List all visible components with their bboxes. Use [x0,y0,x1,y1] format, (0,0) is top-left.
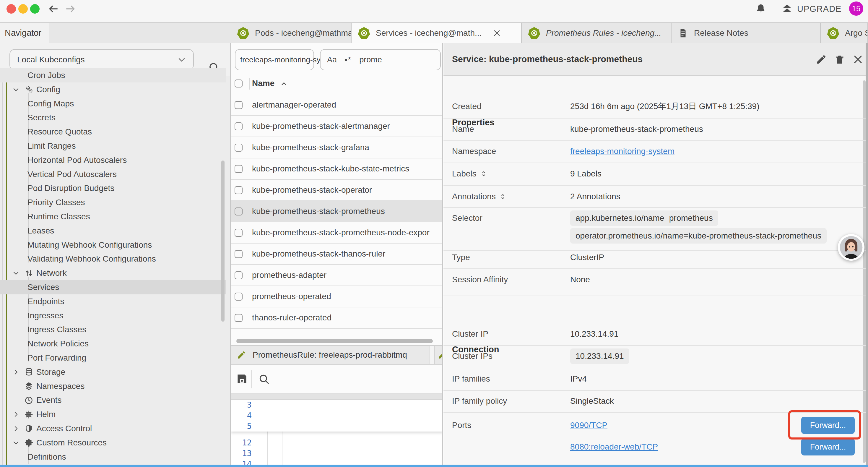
close-window-button[interactable] [6,4,16,13]
sidebar-item-label: Endpoints [28,297,64,306]
sidebar-scrollbar[interactable] [221,160,224,322]
sidebar-item-runtime-classes[interactable]: Runtime Classes [0,209,226,224]
sort-icon[interactable] [499,193,507,201]
sidebar-item-priority-classes[interactable]: Priority Classes [0,195,226,209]
editor-tab[interactable]: PrometheusRule: freeleaps-prod-rabbitmq [231,346,430,364]
save-icon[interactable] [236,372,248,385]
editor-search-icon[interactable] [258,373,270,385]
sidebar-item-services[interactable]: Services [0,280,226,294]
port-link[interactable]: 8080:reloader-web/TCP [570,442,658,451]
row-checkbox[interactable] [235,250,243,258]
table-row[interactable]: prometheus-adapter [231,265,443,286]
sidebar-item-custom-resources[interactable]: Custom Resources [0,436,226,450]
close-icon[interactable] [852,54,864,65]
port-forward-button[interactable]: Forward... [801,438,855,456]
chevron-right-icon[interactable] [12,411,20,418]
tab-services-icecheng-math-[interactable]: Services - icecheng@math... [351,23,522,43]
namespace-select[interactable]: freeleaps-monitoring-system [235,49,314,70]
sidebar-item-ingresses[interactable]: Ingresses [0,309,226,323]
chevron-right-icon[interactable] [12,369,20,376]
sidebar-item-validating-webhook-configurations[interactable]: Validating Webhook Configurations [0,252,226,266]
sidebar-item-config[interactable]: Config [0,83,226,97]
tab-prometheus-rules-icechen[interactable]: Prometheus Rules - icecheng... [522,23,672,43]
row-checkbox[interactable] [235,293,243,300]
sidebar-item-storage[interactable]: Storage [0,365,226,379]
table-row[interactable]: kube-prometheus-stack-prometheus-node-ex… [231,222,443,243]
namespace-link[interactable]: freeleaps-monitoring-system [570,147,675,156]
close-tab-icon[interactable] [493,29,501,37]
tab-release-notes[interactable]: Release Notes [672,23,821,43]
sidebar-item-network-policies[interactable]: Network Policies [0,337,226,351]
notification-count-badge[interactable]: 15 [849,1,863,16]
sidebar-item-network[interactable]: Network [0,266,226,280]
sort-icon[interactable] [479,170,488,178]
sidebar-item-ingress-classes[interactable]: Ingress Classes [0,322,226,337]
table-row[interactable]: kube-prometheus-stack-grafana [231,137,443,158]
maximize-window-button[interactable] [30,4,39,13]
sidebar-item-resource-quotas[interactable]: Resource Quotas [0,125,226,139]
select-all-checkbox[interactable] [235,80,243,87]
chevron-down-icon[interactable] [12,269,20,276]
sidebar-item-leases[interactable]: Leases [0,224,226,238]
sidebar-item-pod-disruption-budgets[interactable]: Pod Disruption Budgets [0,181,226,195]
tab-argo-se[interactable]: Argo Se [821,23,868,43]
tab-pods-icecheng-mathmas-[interactable]: Pods - icecheng@mathmas... [231,23,351,43]
row-checkbox[interactable] [235,207,243,215]
row-checkbox[interactable] [235,314,243,322]
horizontal-scrollbar[interactable] [236,339,433,343]
edit-icon[interactable] [816,54,827,65]
row-checkbox[interactable] [235,186,243,194]
editor-tab-2[interactable] [434,346,443,364]
avatar[interactable] [838,234,865,261]
detail-label-labels: Labels [452,169,488,178]
row-checkbox[interactable] [235,144,243,152]
table-row[interactable]: alertmanager-operated [231,95,443,116]
sidebar-item-cron-jobs[interactable]: Cron Jobs [0,68,226,83]
sidebar-item-vertical-pod-autoscalers[interactable]: Vertical Pod Autoscalers [0,167,226,181]
details-scrollbar[interactable] [863,80,866,463]
table-row[interactable]: kube-prometheus-stack-thanos-ruler [231,243,443,265]
back-icon[interactable] [48,3,59,14]
minimize-window-button[interactable] [18,4,28,13]
match-case-icon[interactable]: Aa [327,55,337,64]
search-value: prome [359,55,382,64]
row-checkbox[interactable] [235,271,243,279]
row-checkbox[interactable] [235,229,243,237]
forward-icon[interactable] [65,3,76,14]
sidebar-item-horizontal-pod-autoscalers[interactable]: Horizontal Pod Autoscalers [0,153,226,167]
upgrade-button[interactable]: UPGRADE [781,3,841,15]
kubeconfig-select[interactable]: Local Kubeconfigs [9,49,194,70]
name-column-header[interactable]: Name [252,79,275,88]
row-checkbox[interactable] [235,122,243,130]
table-row[interactable]: kube-prometheus-stack-prometheus [231,201,443,222]
sidebar-item-definitions[interactable]: Definitions [0,450,226,464]
notifications-bell-icon[interactable] [755,3,766,14]
sidebar-item-helm[interactable]: Helm [0,407,226,421]
resource-search-input[interactable]: Aa ▪* prome [320,49,441,70]
table-row[interactable]: prometheus-operated [231,286,443,308]
sidebar-item-secrets[interactable]: Secrets [0,111,226,125]
chevron-down-icon[interactable] [12,86,20,93]
table-row[interactable]: kube-prometheus-stack-kube-state-metrics [231,158,443,180]
row-checkbox[interactable] [235,101,243,109]
sidebar-item-namespaces[interactable]: Namespaces [0,379,226,393]
sidebar-item-config-maps[interactable]: Config Maps [0,97,226,111]
tab-navigator[interactable]: Navigator [0,23,49,43]
port-link[interactable]: 9090/TCP [570,420,608,430]
delete-icon[interactable] [834,54,845,65]
row-checkbox[interactable] [235,165,243,173]
sidebar-item-events[interactable]: Events [0,393,226,407]
table-row[interactable]: kube-prometheus-stack-operator [231,180,443,201]
sidebar-item-endpoints[interactable]: Endpoints [0,294,226,309]
chevron-right-icon[interactable] [12,425,20,432]
sidebar-item-access-control[interactable]: Access Control [0,421,226,436]
sidebar-item-limit-ranges[interactable]: Limit Ranges [0,139,226,153]
chevron-down-icon[interactable] [12,439,20,446]
sidebar-item-port-forwarding[interactable]: Port Forwarding [0,351,226,365]
table-row[interactable]: thanos-ruler-operated [231,308,443,329]
sidebar-item-mutating-webhook-configurations[interactable]: Mutating Webhook Configurations [0,238,226,252]
regex-icon[interactable]: ▪* [344,55,351,64]
table-row[interactable]: kube-prometheus-stack-alertmanager [231,116,443,137]
sort-ascending-icon[interactable] [279,80,288,88]
yaml-editor[interactable]: 345 121314 [231,400,443,467]
